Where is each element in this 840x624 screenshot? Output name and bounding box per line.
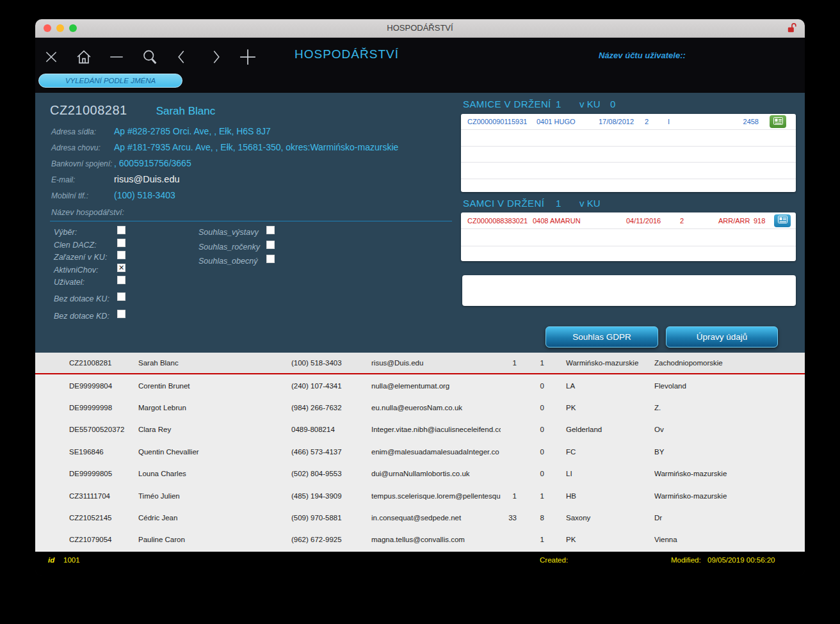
field-value[interactable]: risus@Duis.edu — [114, 174, 180, 184]
home-button[interactable] — [74, 48, 93, 67]
table-cell: Dr — [654, 514, 805, 522]
open-detail-card-button[interactable] — [770, 115, 786, 128]
portal-row[interactable]: CZ00000901159310401 HUGO17/08/20122I2458 — [461, 114, 796, 130]
next-record-button[interactable] — [206, 48, 225, 67]
search-button[interactable] — [140, 48, 159, 67]
minus-button[interactable] — [107, 48, 126, 67]
gdpr-consent-button[interactable]: Souhlas GDPR — [545, 326, 658, 348]
table-row-active[interactable]: CZ21008281Sarah Blanc(100) 518-3403risus… — [35, 353, 805, 374]
checkbox[interactable] — [117, 276, 125, 284]
table-cell: Ov — [654, 426, 805, 433]
table-cell: risus@Duis.edu — [371, 359, 501, 367]
table-cell: Sarah Blanc — [138, 359, 291, 367]
checkbox-label: Výběr: — [54, 228, 77, 237]
checkbox-row: Zařazení v KU: — [54, 251, 175, 264]
find-by-name-button[interactable]: VYLEDÁNÍ PODLE JMÉNA — [38, 74, 182, 88]
table-row[interactable]: CZ31111704Timéo Julien(485) 194-3909temp… — [35, 484, 805, 506]
farm-name-label: Název hospodářství: — [51, 208, 124, 217]
table-cell: Margot Lebrun — [138, 404, 291, 412]
notes-field[interactable] — [462, 275, 796, 306]
id-card-icon — [773, 117, 783, 127]
field-value[interactable]: (100) 518-3403 — [114, 190, 175, 200]
record-heading: CZ21008281 Sarah Blanc — [50, 103, 215, 118]
table-cell: 0489-808214 — [291, 426, 371, 433]
field-label: Adresa sídla: — [51, 127, 114, 136]
checkbox-group-right: Souhlas_výstavySouhlas_ročenkySouhlas_ob… — [198, 226, 327, 269]
portal-empty-row — [461, 229, 796, 246]
checkbox[interactable] — [117, 239, 125, 247]
window-title: HOSPODÁŘSTVÍ — [35, 23, 805, 33]
record-name[interactable]: Sarah Blanc — [156, 105, 216, 118]
checkbox-label: Souhlas_výstavy — [198, 228, 259, 237]
record-id[interactable]: CZ21008281 — [50, 103, 127, 118]
table-cell: 0 — [517, 382, 544, 390]
table-cell: Clara Rey — [138, 426, 291, 433]
table-cell: Warmińsko-mazurskie — [544, 359, 654, 367]
portal-cell: 0401 HUGO — [537, 118, 576, 125]
checkbox[interactable]: ✕ — [117, 264, 125, 272]
checkbox-label: Uživatel: — [54, 278, 85, 287]
portal-cell: 2458 — [743, 118, 759, 125]
separator-line — [50, 221, 452, 221]
table-cell: 1 — [501, 492, 517, 500]
field-value[interactable]: , 6005915756/3665 — [114, 158, 191, 168]
window-titlebar: HOSPODÁŘSTVÍ — [35, 19, 805, 38]
field-row: Mobilní tlf.:(100) 518-3403 — [51, 190, 461, 202]
table-cell: Timéo Julien — [138, 492, 291, 500]
table-cell: eu.nulla@euerosNam.co.uk — [371, 404, 501, 412]
checkbox[interactable] — [266, 255, 275, 263]
table-cell: PK — [544, 404, 654, 412]
close-record-button[interactable] — [42, 48, 61, 67]
table-cell: HB — [544, 492, 654, 500]
checkbox-row: Bez dotace KU: — [54, 292, 175, 305]
checkbox-row: Uživatel: — [54, 276, 175, 289]
portal-cell: ARR/ARR — [718, 217, 750, 225]
field-label: Bankovní spojení: — [51, 159, 114, 168]
previous-record-button[interactable] — [172, 48, 191, 67]
males-ku-label: v KU — [579, 198, 601, 209]
edit-data-button[interactable]: Úpravy údajů — [666, 326, 778, 348]
table-cell: CZ31111704 — [69, 492, 138, 500]
table-row[interactable]: DE99999805Louna Charles(502) 804-9553dui… — [35, 463, 805, 484]
table-cell: in.consequat@sedpede.net — [371, 514, 501, 522]
males-count: 1 — [556, 198, 561, 209]
checkbox-row: Souhlas_ročenky — [198, 241, 327, 255]
home-icon — [75, 48, 93, 68]
table-cell: 1 — [517, 359, 544, 367]
table-row[interactable]: DE55700520372Clara Rey0489-808214Integer… — [35, 419, 805, 440]
table-row[interactable]: CZ21052145Cédric Jean(509) 970-5881in.co… — [35, 507, 805, 529]
field-value[interactable]: Ap #181-7935 Arcu. Ave, , Ełk, 15681-350… — [114, 142, 398, 152]
table-cell: tempus.scelerisque.lorem@pellentesqu — [371, 492, 501, 500]
portal-cell: 918 — [754, 217, 765, 225]
open-detail-card-button[interactable] — [774, 214, 791, 227]
table-cell: DE99999805 — [69, 470, 138, 477]
records-list: CZ21008281Sarah Blanc(100) 518-3403risus… — [35, 353, 805, 552]
checkbox[interactable] — [117, 226, 125, 234]
table-row[interactable]: DE99999804Corentin Brunet(240) 107-4341n… — [35, 374, 805, 396]
table-cell: DE99999804 — [69, 382, 138, 390]
table-row[interactable]: DE99999998Margot Lebrun(984) 266-7632eu.… — [35, 397, 805, 419]
table-cell: Pauline Caron — [138, 536, 291, 543]
portal-row[interactable]: CZ00000883830210408 AMARUN04/11/20162ARR… — [461, 212, 796, 229]
checkbox-row: Clen DACZ: — [54, 239, 175, 252]
field-value[interactable]: Ap #828-2785 Orci. Ave, , Ełk, H6S 8J7 — [114, 126, 271, 136]
table-cell: Cédric Jean — [138, 514, 291, 522]
checkbox-label: Bez dotace KD: — [54, 312, 109, 321]
checkbox[interactable] — [117, 251, 125, 259]
search-icon — [141, 48, 159, 68]
checkbox[interactable] — [117, 292, 125, 301]
portal-cell: 04/11/2016 — [626, 217, 661, 225]
checkbox[interactable] — [266, 241, 275, 249]
checkbox[interactable] — [266, 226, 275, 234]
portal-empty-row — [461, 246, 796, 261]
chevron-right-icon — [207, 48, 224, 68]
table-cell: 8 — [517, 514, 544, 522]
field-row: Adresa sídla:Ap #828-2785 Orci. Ave, , E… — [51, 126, 461, 138]
new-record-button[interactable] — [238, 48, 257, 67]
checkbox[interactable] — [117, 310, 125, 318]
table-cell: SE196846 — [69, 448, 138, 456]
table-cell: Z. — [654, 404, 805, 412]
table-row[interactable]: SE196846Quentin Chevallier(466) 573-4137… — [35, 441, 805, 463]
table-row[interactable]: CZ21079054Pauline Caron(962) 672-9925mag… — [35, 529, 805, 550]
checkbox-label: Clen DACZ: — [54, 241, 97, 250]
